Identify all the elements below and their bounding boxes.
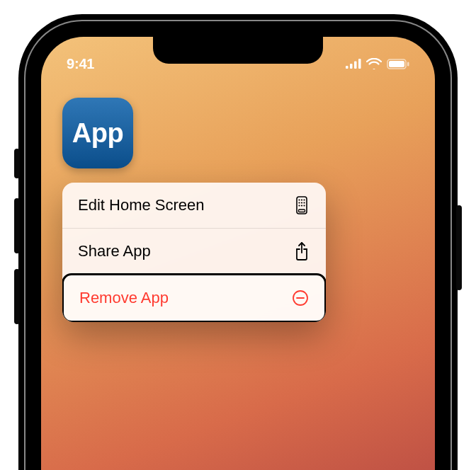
remove-icon <box>292 290 309 306</box>
svg-point-10 <box>303 199 305 200</box>
notch <box>153 37 323 64</box>
svg-rect-1 <box>350 64 353 69</box>
menu-item-remove-app[interactable]: Remove App <box>62 273 326 322</box>
share-icon <box>293 243 310 260</box>
app-icon-label: App <box>72 118 123 149</box>
phone-frame: 9:41 <box>26 21 450 470</box>
menu-item-label: Edit Home Screen <box>78 196 205 214</box>
battery-icon <box>387 59 409 69</box>
volume-down-button[interactable] <box>14 269 20 324</box>
volume-up-button[interactable] <box>14 198 20 253</box>
home-screen[interactable]: 9:41 <box>41 37 435 470</box>
menu-item-share-app[interactable]: Share App <box>62 228 326 274</box>
svg-rect-17 <box>299 210 305 212</box>
menu-item-edit-home-screen[interactable]: Edit Home Screen <box>62 183 326 228</box>
mute-switch[interactable] <box>14 149 20 178</box>
svg-rect-6 <box>407 62 409 66</box>
home-screen-icon <box>293 197 310 214</box>
context-menu: Edit Home Screen <box>62 183 326 322</box>
svg-point-9 <box>301 199 302 200</box>
svg-point-8 <box>298 199 300 200</box>
status-time: 9:41 <box>67 56 94 72</box>
menu-item-label: Share App <box>78 242 151 260</box>
menu-item-label: Remove App <box>79 289 169 307</box>
cellular-icon <box>346 59 361 69</box>
power-button[interactable] <box>456 205 462 290</box>
svg-point-12 <box>301 202 302 203</box>
svg-point-15 <box>301 205 302 206</box>
svg-point-11 <box>298 202 300 203</box>
status-indicators <box>346 58 409 69</box>
svg-rect-3 <box>358 59 361 69</box>
app-icon[interactable]: App <box>62 98 133 168</box>
svg-point-16 <box>303 205 305 206</box>
svg-point-14 <box>298 205 300 206</box>
svg-rect-0 <box>346 66 348 69</box>
wifi-icon <box>366 58 382 69</box>
svg-rect-2 <box>354 62 357 69</box>
svg-point-13 <box>303 202 305 203</box>
svg-rect-5 <box>389 61 404 67</box>
